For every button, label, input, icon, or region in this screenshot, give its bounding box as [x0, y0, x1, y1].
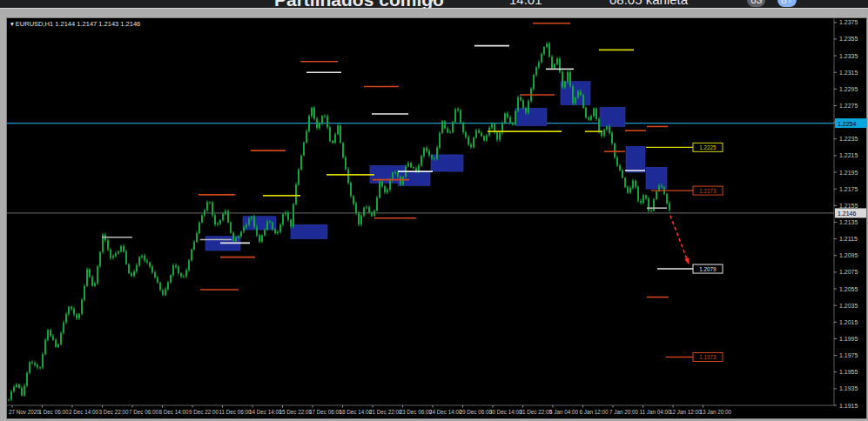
supply-demand-boxes — [205, 82, 667, 251]
chevron-right-icon: › — [428, 0, 434, 8]
svg-text:1.1995: 1.1995 — [839, 336, 858, 342]
svg-text:1.2195: 1.2195 — [839, 170, 858, 176]
more-options-icon: ⋯ — [810, 0, 822, 5]
svg-text:1.2225: 1.2225 — [699, 144, 717, 150]
background-page-title: Partilhados comigo — [274, 0, 444, 8]
svg-text:9 Dec 22:00: 9 Dec 22:00 — [189, 409, 219, 415]
svg-text:18 Dec 14:00: 18 Dec 14:00 — [340, 409, 373, 415]
svg-text:1.2335: 1.2335 — [839, 53, 858, 59]
svg-text:1 Dec 06:00: 1 Dec 06:00 — [39, 409, 69, 415]
svg-text:29 Dec 06:00: 29 Dec 06:00 — [460, 409, 493, 415]
svg-text:1.1975: 1.1975 — [839, 352, 858, 358]
svg-text:1.2155: 1.2155 — [839, 203, 858, 209]
symbol-ohlc-label: ▾ EURUSD,H1 1.2144 1.2147 1.2143 1.2146 — [10, 20, 140, 28]
svg-text:23 Dec 06:00: 23 Dec 06:00 — [400, 409, 433, 415]
svg-text:1.2175: 1.2175 — [839, 186, 858, 192]
svg-text:1.2015: 1.2015 — [839, 319, 858, 325]
svg-text:1.2355: 1.2355 — [839, 36, 858, 42]
svg-text:1.2275: 1.2275 — [839, 103, 858, 109]
svg-text:1.2075: 1.2075 — [839, 269, 858, 275]
svg-text:7 Jan 20:00: 7 Jan 20:00 — [609, 409, 638, 415]
svg-text:13 Jan 20:00: 13 Jan 20:00 — [700, 409, 732, 415]
svg-text:3 Dec 22:00: 3 Dec 22:00 — [99, 409, 129, 415]
svg-text:1.2173: 1.2173 — [699, 188, 717, 194]
svg-text:1.1973: 1.1973 — [699, 354, 717, 360]
mt4-window-frame: 1.23751.23551.23351.23151.22951.22751.22… — [0, 8, 868, 421]
svg-text:17 Dec 06:00: 17 Dec 06:00 — [309, 409, 342, 415]
svg-text:1.2146: 1.2146 — [838, 210, 857, 217]
svg-text:1.2295: 1.2295 — [839, 86, 858, 92]
svg-text:12 Jan 12:00: 12 Jan 12:00 — [670, 409, 702, 415]
svg-text:31 Dec 22:00: 31 Dec 22:00 — [520, 409, 553, 415]
svg-text:1.1915: 1.1915 — [839, 403, 858, 409]
svg-text:30 Dec 14:00: 30 Dec 14:00 — [489, 409, 522, 415]
svg-text:1.2135: 1.2135 — [839, 219, 858, 225]
svg-text:11 Jan 04:00: 11 Jan 04:00 — [640, 409, 671, 415]
background-item-1: 14.01 — [509, 0, 542, 7]
svg-text:24 Dec 14:00: 24 Dec 14:00 — [429, 409, 462, 415]
svg-text:14 Dec 14:00: 14 Dec 14:00 — [249, 409, 282, 415]
svg-text:11 Dec 06:00: 11 Dec 06:00 — [219, 409, 252, 415]
svg-text:1.1955: 1.1955 — [839, 369, 858, 375]
svg-text:1.2235: 1.2235 — [839, 136, 858, 142]
svg-text:▾ EURUSD,H1 1.2144 1.2147 1.2: ▾ EURUSD,H1 1.2144 1.2147 1.2143 1.2146 — [10, 20, 140, 28]
svg-text:2 Dec 14:00: 2 Dec 14:00 — [69, 409, 98, 415]
sr-segments-layer — [102, 23, 669, 297]
svg-text:1.2095: 1.2095 — [839, 252, 858, 258]
svg-text:1.1935: 1.1935 — [839, 385, 858, 391]
svg-text:5 Jan 04:00: 5 Jan 04:00 — [549, 409, 578, 415]
svg-text:1.2115: 1.2115 — [839, 236, 858, 242]
avatar-badge: 8+ — [777, 0, 797, 7]
svg-text:6 Jan 12:00: 6 Jan 12:00 — [580, 409, 609, 415]
svg-text:21 Dec 22:00: 21 Dec 22:00 — [369, 409, 402, 415]
svg-text:1.2215: 1.2215 — [839, 152, 858, 158]
blue-horizontal-line: 1.2254 — [7, 118, 866, 128]
svg-text:1.2315: 1.2315 — [839, 70, 858, 76]
trend-arrow — [670, 216, 689, 264]
svg-text:1.2079: 1.2079 — [699, 266, 717, 272]
svg-text:27 Nov 2020: 27 Nov 2020 — [9, 409, 40, 415]
badge-count: 63 — [747, 0, 765, 7]
svg-text:1.2035: 1.2035 — [839, 303, 858, 309]
svg-text:1.2375: 1.2375 — [839, 19, 858, 25]
svg-text:8 Dec 14:00: 8 Dec 14:00 — [159, 409, 189, 415]
price-chart-canvas[interactable]: 1.23751.23551.23351.23151.22951.22751.22… — [7, 18, 866, 418]
svg-text:1.2254: 1.2254 — [838, 121, 857, 127]
svg-text:1.2055: 1.2055 — [839, 286, 858, 292]
bid-price-line: 1.2146 — [7, 208, 866, 217]
svg-text:15 Dec 22:00: 15 Dec 22:00 — [279, 409, 313, 415]
screenshot-stage: Partilhados comigo › 14.01 08:05 kanieta… — [0, 0, 868, 421]
background-item-2: 08:05 kanieta — [609, 0, 688, 7]
mt4-chart-window[interactable]: 1.23751.23551.23351.23151.22951.22751.22… — [6, 17, 867, 419]
time-axis: 27 Nov 20201 Dec 06:002 Dec 14:003 Dec 2… — [7, 405, 834, 415]
background-browser-strip: Partilhados comigo › 14.01 08:05 kanieta… — [0, 0, 868, 8]
svg-text:7 Dec 06:00: 7 Dec 06:00 — [129, 409, 158, 415]
